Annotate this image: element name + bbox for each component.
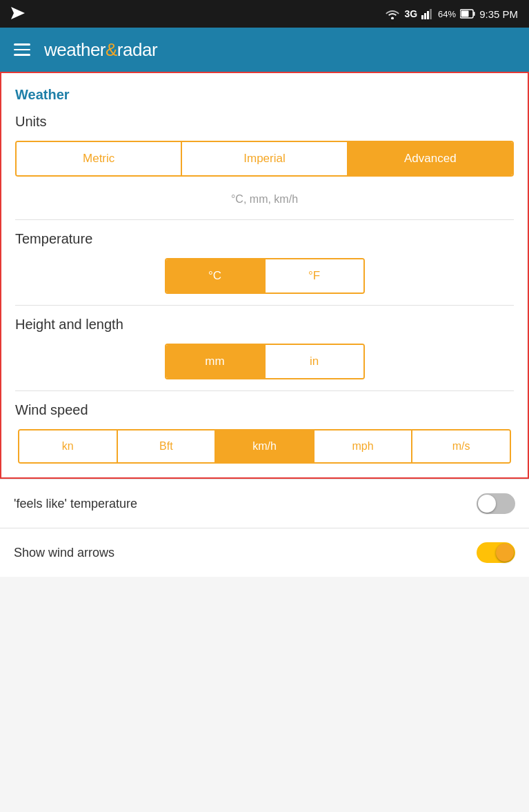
kmh-button[interactable]: km/h <box>216 430 315 462</box>
settings-card: Weather Units Metric Imperial Advanced °… <box>0 72 529 479</box>
wind-speed-label: Wind speed <box>15 402 514 418</box>
svg-rect-3 <box>427 11 429 19</box>
divider-2 <box>15 305 514 306</box>
app-title-ampersand: & <box>106 39 117 60</box>
height-length-label: Height and length <box>15 317 514 333</box>
svg-rect-1 <box>421 15 423 19</box>
wind-arrows-label: Show wind arrows <box>14 546 114 560</box>
notification-icon <box>11 7 25 21</box>
fahrenheit-button[interactable]: °F <box>266 259 363 293</box>
unit-display: °C, mm, km/h <box>15 188 514 208</box>
imperial-button[interactable]: Imperial <box>182 142 348 175</box>
divider-1 <box>15 219 514 220</box>
height-toggle-group: mm in <box>165 344 365 379</box>
status-bar: 3G 64% 9:35 PM <box>0 0 529 28</box>
signal-bars-icon <box>421 8 434 19</box>
main-content: Weather Units Metric Imperial Advanced °… <box>0 72 529 577</box>
temperature-label: Temperature <box>15 231 514 247</box>
battery-percentage: 64% <box>438 9 456 19</box>
wind-arrows-thumb <box>496 544 514 562</box>
wind-arrows-toggle[interactable] <box>477 542 515 563</box>
bft-button[interactable]: Bft <box>118 430 217 462</box>
feels-like-label: 'feels like' temperature <box>14 497 137 511</box>
wind-arrows-row: Show wind arrows <box>0 528 529 577</box>
battery-icon <box>460 9 475 19</box>
svg-marker-0 <box>11 7 25 19</box>
svg-rect-2 <box>424 13 426 19</box>
feels-like-row: 'feels like' temperature <box>0 479 529 528</box>
app-title: weather&radar <box>44 39 157 61</box>
mm-button[interactable]: mm <box>166 345 266 378</box>
app-title-part1: weather <box>44 39 106 60</box>
temperature-toggle-group: °C °F <box>165 258 365 294</box>
units-label: Units <box>15 114 514 130</box>
network-type: 3G <box>404 8 417 19</box>
hamburger-menu-icon[interactable] <box>14 43 30 56</box>
divider-3 <box>15 390 514 391</box>
wind-speed-toggle-group: kn Bft km/h mph m/s <box>18 429 511 464</box>
kn-button[interactable]: kn <box>19 430 118 462</box>
unit-toggle-group: Metric Imperial Advanced <box>15 141 514 177</box>
advanced-button[interactable]: Advanced <box>348 142 512 175</box>
in-button[interactable]: in <box>266 345 363 378</box>
time-display: 9:35 PM <box>479 8 518 20</box>
ms-button[interactable]: m/s <box>412 430 510 462</box>
wifi-icon <box>385 8 400 19</box>
signal-icons: 3G 64% 9:35 PM <box>385 8 518 20</box>
feels-like-thumb <box>478 495 496 513</box>
feels-like-toggle[interactable] <box>477 493 515 514</box>
app-header: weather&radar <box>0 28 529 72</box>
svg-rect-4 <box>430 9 432 19</box>
metric-button[interactable]: Metric <box>17 142 182 175</box>
svg-rect-7 <box>474 12 475 16</box>
app-title-part2: radar <box>117 39 157 60</box>
celsius-button[interactable]: °C <box>166 259 266 293</box>
weather-section-title: Weather <box>15 87 514 103</box>
mph-button[interactable]: mph <box>315 430 413 462</box>
svg-rect-6 <box>461 11 469 17</box>
